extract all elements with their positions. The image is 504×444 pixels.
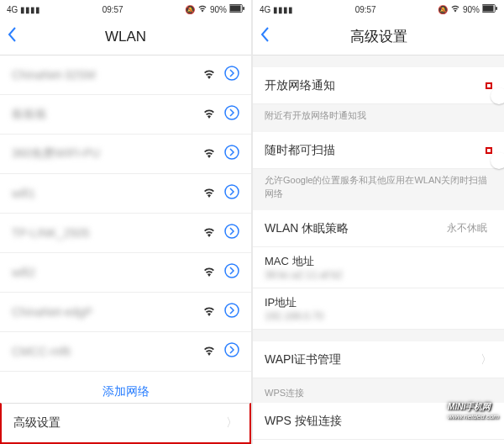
open-network-notify-row[interactable]: 开放网络通知 <box>253 67 504 104</box>
wifi-row[interactable]: ChinaNet-32SM <box>0 56 251 95</box>
wifi-signal-icon <box>202 107 216 122</box>
wifi-status-icon <box>450 4 460 14</box>
wifi-name: wifi2 <box>12 266 202 279</box>
watermark: MiNi手机网 www.netded.com <box>448 401 499 420</box>
sleep-value: 永不休眠 <box>447 221 487 235</box>
wifi-signal-icon <box>202 265 216 280</box>
ip-row: IP地址 192.168.0.70 <box>253 288 504 330</box>
wifi-row[interactable]: wifi1 <box>0 174 251 214</box>
page-title: WLAN <box>0 29 251 45</box>
chevron-right-icon: 〉 <box>480 352 492 367</box>
mac-row: MAC 地址 38:bc:a2:11:af:b2 <box>253 247 504 288</box>
wifi-signal-icon <box>202 225 216 240</box>
mute-icon: 🔕 <box>185 5 195 14</box>
wifi-detail-icon[interactable] <box>224 224 239 242</box>
status-bar: 4G ▮▮▮▮ 09:57 🔕 90% <box>253 0 504 18</box>
back-button[interactable] <box>260 26 270 48</box>
chevron-right-icon: 〉 <box>226 415 238 431</box>
battery-pct: 90% <box>463 5 480 14</box>
signal-label: 4G <box>7 5 18 14</box>
always-scan-desc: 允许Google的位置服务和其他应用在WLAN关闭时扫描网络 <box>253 169 504 210</box>
wifi-status-icon <box>197 4 207 14</box>
wifi-row[interactable]: 板板板 <box>0 95 251 135</box>
back-button[interactable] <box>7 26 17 48</box>
wifi-signal-icon <box>202 304 216 320</box>
wlan-content: ChinaNet-32SM 板板板 360免费WIFI-PU wifi1 TP-… <box>0 56 251 403</box>
clock: 09:57 <box>355 5 376 14</box>
wifi-name: 板板板 <box>12 107 202 122</box>
highlight-box <box>486 82 492 89</box>
advanced-content: 开放网络通知 附近有开放网络时通知我 随时都可扫描 允许Google的位置服务和… <box>253 56 504 444</box>
svg-point-4 <box>225 106 239 119</box>
left-phone-wlan: 4G ▮▮▮▮ 09:57 🔕 90% WLAN ChinaNet-32SM 板… <box>0 0 251 444</box>
wifi-signal-icon <box>202 344 216 359</box>
watermark-url: www.netded.com <box>448 413 499 420</box>
ip-label: IP地址 <box>265 295 297 310</box>
wifi-signal-icon <box>202 186 216 201</box>
wifi-name: 360免费WIFI-PU <box>12 146 202 161</box>
wifi-detail-icon[interactable] <box>224 303 239 321</box>
clock: 09:57 <box>102 5 123 14</box>
always-scan-row[interactable]: 随时都可扫描 <box>253 132 504 169</box>
wifi-name: TP-LINK_2505 <box>12 226 202 240</box>
wifi-name: ChinaNet-edgP <box>12 305 202 319</box>
status-bar: 4G ▮▮▮▮ 09:57 🔕 90% <box>0 0 251 18</box>
ip-value: 192.168.0.70 <box>265 310 323 322</box>
battery-icon <box>482 4 497 14</box>
sleep-label: WLAN 休眠策略 <box>265 221 447 236</box>
always-scan-label: 随时都可扫描 <box>265 143 486 158</box>
wifi-detail-icon[interactable] <box>224 145 239 163</box>
wifi-row[interactable]: 360免费WIFI-PU <box>0 135 251 174</box>
wifi-row[interactable]: CMCC-mf6 <box>0 332 251 372</box>
svg-point-5 <box>225 145 239 159</box>
svg-rect-2 <box>243 7 244 10</box>
wifi-row[interactable]: wifi2 <box>0 253 251 293</box>
wifi-name: CMCC-mf6 <box>12 345 202 358</box>
wifi-row[interactable]: TP-LINK_2505 <box>0 214 251 253</box>
wapi-row[interactable]: WAPI证书管理 〉 <box>253 341 504 378</box>
spacer <box>253 330 504 341</box>
open-net-desc: 附近有开放网络时通知我 <box>253 104 504 132</box>
header: 高级设置 <box>253 18 504 56</box>
open-net-label: 开放网络通知 <box>265 78 486 93</box>
toggle-knob <box>491 152 504 169</box>
wifi-detail-icon[interactable] <box>224 66 239 84</box>
spacer <box>253 56 504 67</box>
wifi-detail-icon[interactable] <box>224 184 239 203</box>
wifi-detail-icon[interactable] <box>224 342 239 361</box>
add-network-button[interactable]: 添加网络 <box>0 372 251 403</box>
page-title: 高级设置 <box>253 27 504 46</box>
toggle-knob <box>491 87 504 104</box>
battery-icon <box>229 4 244 14</box>
battery-pct: 90% <box>210 5 227 14</box>
wifi-detail-icon[interactable] <box>224 105 239 124</box>
svg-point-9 <box>225 304 239 317</box>
wifi-detail-icon[interactable] <box>224 263 239 282</box>
wifi-name: wifi1 <box>12 187 202 200</box>
wifi-name: ChinaNet-32SM <box>12 68 202 82</box>
signal-bars-icon: ▮▮▮▮ <box>20 5 40 14</box>
wps-pin-row[interactable]: WPS PIN 输入 <box>253 440 504 444</box>
svg-point-7 <box>225 225 239 238</box>
svg-rect-1 <box>230 5 241 11</box>
mute-icon: 🔕 <box>438 5 448 14</box>
highlight-box <box>486 147 492 154</box>
wifi-signal-icon <box>202 146 216 161</box>
signal-label: 4G <box>260 5 270 14</box>
watermark-text: MiNi手机网 <box>448 401 499 413</box>
svg-rect-12 <box>483 5 494 11</box>
header: WLAN <box>0 18 251 56</box>
wapi-label: WAPI证书管理 <box>265 352 480 367</box>
advanced-settings-button[interactable]: 高级设置 〉 <box>0 403 251 444</box>
wifi-row[interactable]: ChinaNet-edgP <box>0 293 251 332</box>
signal-bars-icon: ▮▮▮▮ <box>273 5 293 14</box>
sleep-policy-row[interactable]: WLAN 休眠策略 永不休眠 <box>253 210 504 247</box>
add-network-label: 添加网络 <box>102 384 150 398</box>
wifi-signal-icon <box>202 67 216 82</box>
svg-point-10 <box>225 343 239 357</box>
svg-point-6 <box>225 185 239 198</box>
right-phone-advanced: 4G ▮▮▮▮ 09:57 🔕 90% 高级设置 开放网络通知 附近有 <box>253 0 504 444</box>
svg-point-3 <box>225 66 239 80</box>
wps-section-label: WPS连接 <box>253 378 504 403</box>
svg-point-8 <box>225 264 239 278</box>
